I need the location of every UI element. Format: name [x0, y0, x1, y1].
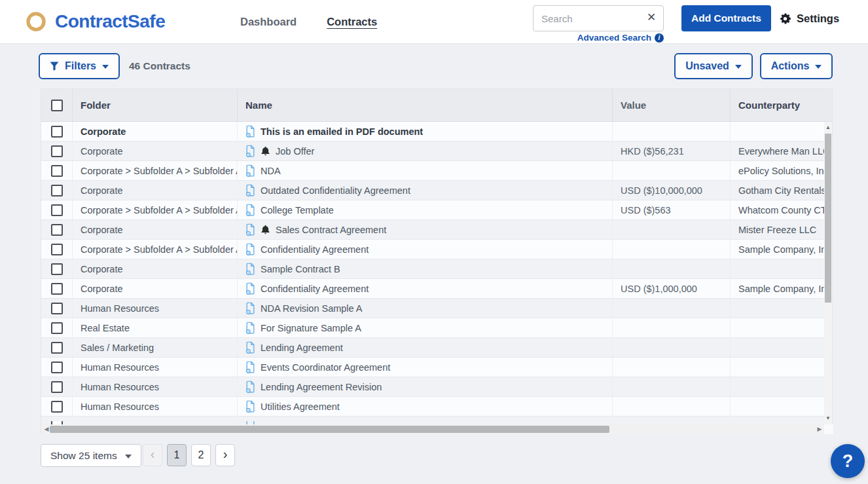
column-header-name[interactable]: Name	[238, 89, 613, 121]
column-header-value[interactable]: Value	[613, 89, 731, 121]
contracts-count: 46 Contracts	[129, 53, 190, 79]
row-checkbox[interactable]	[51, 381, 63, 393]
counterparty-cell	[731, 318, 832, 337]
document-icon	[245, 145, 255, 157]
value-cell	[613, 358, 731, 377]
name-cell[interactable]: NDA	[238, 161, 613, 180]
chevron-down-icon	[102, 65, 109, 69]
vertical-scrollbar[interactable]: ▲ ▼	[824, 122, 832, 424]
row-checkbox[interactable]	[51, 322, 63, 334]
name-cell[interactable]: Utilities Agreement	[238, 397, 613, 416]
table-row[interactable]: Corporate Outdated Confidentiality Agree…	[41, 181, 832, 200]
table-row[interactable]: Human Resources Lending Agreement Revisi…	[41, 377, 832, 397]
row-checkbox[interactable]	[51, 283, 63, 295]
page-button-1[interactable]: 1	[167, 444, 187, 466]
contract-name: NDA	[261, 166, 281, 176]
add-contracts-button[interactable]: Add Contracts	[681, 5, 771, 31]
row-checkbox-cell	[41, 397, 73, 416]
table-row[interactable]: Corporate Confidentiality Agreement USD …	[41, 279, 832, 299]
row-checkbox-cell	[41, 279, 73, 298]
folder-cell: Corporate > Subfolder A > Subfolder A1	[73, 240, 238, 259]
nav-contracts[interactable]: Contracts	[327, 16, 377, 28]
name-cell[interactable]: Outdated Confidentiality Agreement	[238, 181, 613, 200]
nav-dashboard[interactable]: Dashboard	[240, 16, 297, 28]
chevron-down-icon	[125, 455, 132, 458]
contract-name: Confidentiality Agreement	[261, 244, 369, 255]
counterparty-cell: Whatcom County CTC	[731, 200, 832, 219]
prev-page-button[interactable]: ‹	[143, 444, 162, 466]
row-checkbox[interactable]	[51, 362, 63, 373]
row-checkbox-cell	[41, 358, 73, 377]
select-all-checkbox[interactable]	[51, 100, 63, 111]
unsaved-view-dropdown[interactable]: Unsaved	[674, 53, 753, 79]
table-row[interactable]: Corporate > Subfolder A > Subfolder A1 N…	[41, 161, 832, 181]
name-cell[interactable]: Job Offer	[238, 141, 613, 160]
row-checkbox[interactable]	[51, 263, 63, 275]
table-row[interactable]: Human Resources NDA Revision Sample A	[41, 299, 832, 318]
row-checkbox[interactable]	[51, 401, 63, 413]
table-row[interactable]: Sales / Marketing Lending Agreement	[41, 338, 832, 358]
pagination: ‹12›	[143, 444, 235, 466]
horizontal-scrollbar-thumb[interactable]	[50, 426, 609, 433]
row-checkbox[interactable]	[51, 204, 63, 216]
table-row[interactable]: Corporate Job Offer HKD ($)56,231 Everyw…	[41, 141, 832, 161]
next-page-button[interactable]: ›	[215, 444, 235, 466]
scroll-right-icon[interactable]: ▶	[816, 424, 823, 434]
page-size-dropdown[interactable]: Show 25 items	[41, 444, 141, 467]
search-clear-icon[interactable]: ✕	[645, 11, 658, 24]
folder-cell: Corporate > Subfolder A > Subfolder A1	[73, 200, 238, 219]
column-header-folder[interactable]: Folder	[73, 89, 238, 121]
table-row[interactable]: Real Estate For Signature Sample A	[41, 318, 832, 338]
row-checkbox[interactable]	[51, 126, 63, 138]
row-checkbox[interactable]	[51, 244, 63, 255]
page-button-2[interactable]: 2	[191, 444, 211, 466]
table-row[interactable]: Corporate This is an emailed in PDF docu…	[41, 122, 832, 141]
name-cell[interactable]: Sales Contract Agreement	[238, 220, 613, 239]
name-cell[interactable]: For Signature Sample A	[238, 318, 613, 337]
row-checkbox-cell	[41, 259, 73, 278]
name-cell[interactable]: Events Coordinator Agreement	[238, 358, 613, 377]
filters-button[interactable]: Filters	[39, 53, 120, 79]
name-cell[interactable]: Lending Agreement	[238, 338, 613, 357]
document-icon	[245, 243, 255, 255]
column-header-counterparty[interactable]: Counterparty	[731, 89, 832, 121]
name-cell[interactable]: Lending Agreement Revision	[238, 377, 613, 396]
name-cell[interactable]: Confidentiality Agreement	[238, 240, 613, 259]
table-row[interactable]: Corporate Sample Contract B	[41, 259, 832, 279]
vertical-scrollbar-thumb[interactable]	[825, 134, 831, 303]
name-cell[interactable]: This is an emailed in PDF document	[238, 122, 613, 141]
help-button[interactable]: ?	[831, 444, 865, 478]
document-icon	[245, 381, 255, 393]
scroll-up-icon[interactable]: ▲	[824, 123, 832, 132]
row-checkbox[interactable]	[51, 224, 63, 236]
scroll-down-icon[interactable]: ▼	[824, 414, 832, 423]
info-icon[interactable]: i	[655, 33, 664, 43]
advanced-search-link[interactable]: Advanced Search i	[533, 33, 664, 43]
row-checkbox[interactable]	[51, 145, 63, 157]
settings-button[interactable]: Settings	[778, 12, 839, 26]
row-checkbox[interactable]	[51, 165, 63, 177]
scrollbar-corner	[824, 424, 833, 434]
value-cell: USD ($)1,000,000	[613, 279, 731, 298]
table-row[interactable]: Corporate Sales Contract Agreement Miste…	[41, 220, 832, 240]
actions-dropdown[interactable]: Actions	[760, 53, 833, 79]
name-cell[interactable]: Sample Contract B	[238, 259, 613, 278]
name-cell[interactable]: College Template	[238, 200, 613, 219]
contract-name: Job Offer	[276, 146, 314, 157]
search-box: ✕	[533, 5, 664, 31]
table-row[interactable]: Human Resources Events Coordinator Agree…	[41, 358, 832, 377]
table-row[interactable]: Corporate > Subfolder A > Subfolder A1 C…	[41, 240, 832, 259]
table-row[interactable]	[41, 417, 832, 424]
horizontal-scrollbar[interactable]: ◀ ▶	[41, 424, 833, 434]
table-row[interactable]: Corporate > Subfolder A > Subfolder A1 C…	[41, 200, 832, 220]
name-cell[interactable]: NDA Revision Sample A	[238, 299, 613, 318]
name-cell[interactable]: Confidentiality Agreement	[238, 279, 613, 298]
row-checkbox[interactable]	[51, 303, 63, 314]
table-row[interactable]: Human Resources Utilities Agreement	[41, 397, 832, 417]
brand-logo[interactable]: ContractSafe	[24, 9, 165, 34]
value-cell: USD ($)563	[613, 200, 731, 219]
row-checkbox-cell	[41, 200, 73, 219]
row-checkbox[interactable]	[51, 342, 63, 354]
search-input[interactable]	[533, 5, 664, 31]
row-checkbox[interactable]	[51, 185, 63, 196]
